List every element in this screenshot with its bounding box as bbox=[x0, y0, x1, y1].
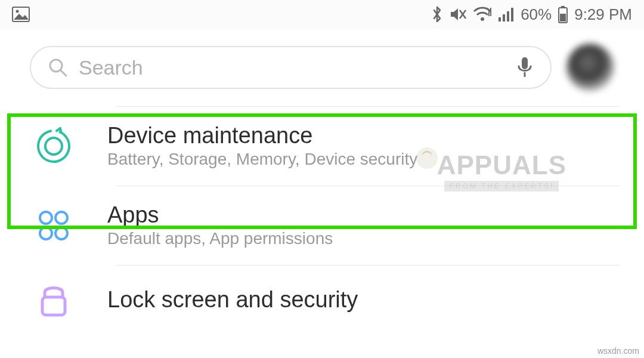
svg-rect-7 bbox=[507, 11, 509, 21]
settings-item-title: Lock screen and security bbox=[107, 287, 358, 313]
settings-list: Device maintenance Battery, Storage, Mem… bbox=[0, 106, 644, 317]
svg-rect-10 bbox=[561, 6, 565, 8]
svg-rect-11 bbox=[560, 14, 566, 21]
svg-rect-8 bbox=[511, 8, 513, 21]
settings-item-apps[interactable]: Apps Default apps, App permissions bbox=[0, 186, 644, 265]
clock-time: 9:29 PM bbox=[574, 5, 632, 24]
svg-point-23 bbox=[55, 227, 67, 239]
svg-point-18 bbox=[35, 127, 73, 165]
status-bar: 60% 9:29 PM bbox=[0, 0, 644, 29]
battery-icon bbox=[558, 5, 568, 23]
battery-percent: 60% bbox=[521, 5, 552, 24]
search-icon bbox=[48, 57, 68, 78]
device-maintenance-icon bbox=[33, 127, 75, 165]
microphone-icon[interactable] bbox=[516, 55, 534, 79]
divider bbox=[116, 106, 620, 107]
watermark-text: APPUALS bbox=[437, 150, 566, 180]
wifi-icon bbox=[473, 7, 492, 22]
watermark-subtext: FROM THE EXPERTS! bbox=[444, 181, 559, 192]
settings-item-lock-screen[interactable]: Lock screen and security bbox=[0, 265, 644, 317]
svg-point-22 bbox=[40, 227, 52, 239]
svg-rect-5 bbox=[499, 17, 501, 21]
settings-item-subtitle: Default apps, App permissions bbox=[107, 229, 333, 248]
search-row: Search bbox=[0, 29, 644, 106]
svg-point-20 bbox=[40, 212, 52, 224]
svg-rect-24 bbox=[42, 297, 65, 315]
svg-line-13 bbox=[61, 70, 66, 76]
search-placeholder: Search bbox=[79, 56, 143, 79]
lock-icon bbox=[33, 282, 75, 317]
divider bbox=[116, 265, 620, 266]
profile-avatar[interactable] bbox=[566, 44, 614, 91]
search-input[interactable]: Search bbox=[30, 46, 552, 89]
settings-item-title: Device maintenance bbox=[107, 123, 417, 149]
svg-rect-6 bbox=[503, 14, 505, 21]
settings-item-subtitle: Battery, Storage, Memory, Device securit… bbox=[107, 150, 417, 169]
svg-point-19 bbox=[45, 138, 62, 155]
bluetooth-icon bbox=[431, 5, 443, 23]
settings-item-title: Apps bbox=[107, 202, 333, 228]
apps-icon bbox=[33, 208, 75, 243]
svg-point-21 bbox=[55, 212, 67, 224]
mute-icon bbox=[449, 6, 467, 23]
watermark: APPUALS FROM THE EXPERTS! bbox=[437, 150, 566, 192]
source-credit: wsxdn.com bbox=[597, 346, 639, 356]
svg-point-4 bbox=[481, 17, 484, 21]
svg-point-1 bbox=[16, 10, 19, 13]
cellular-signal-icon bbox=[498, 7, 515, 22]
svg-rect-14 bbox=[522, 57, 528, 69]
picture-indicator-icon bbox=[12, 7, 30, 22]
